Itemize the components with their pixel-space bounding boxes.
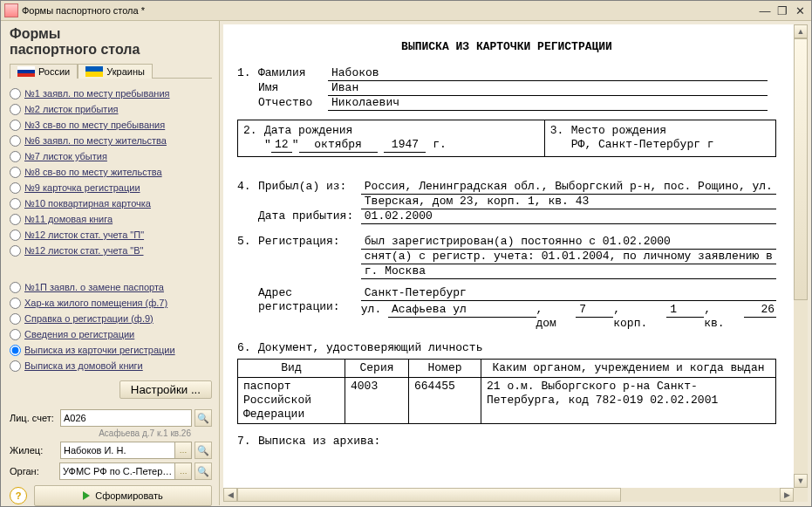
tab-russia[interactable]: России bbox=[10, 64, 78, 79]
generate-button[interactable]: Сформировать bbox=[34, 485, 212, 506]
form-radio[interactable] bbox=[10, 135, 21, 147]
scroll-right-button[interactable]: ▶ bbox=[780, 488, 794, 502]
resident-dropdown-button[interactable]: … bbox=[174, 442, 191, 458]
form-radio[interactable] bbox=[10, 167, 21, 178]
panel-heading: Формы паспортного стола bbox=[10, 26, 212, 58]
form-option[interactable]: №1 заявл. по месту пребывания bbox=[10, 86, 212, 101]
org-dropdown-button[interactable]: … bbox=[174, 463, 191, 479]
form-radio[interactable] bbox=[10, 214, 21, 225]
resident-input[interactable]: Набоков И. Н.… bbox=[60, 442, 192, 459]
horizontal-scrollbar[interactable]: ◀ ▶ bbox=[223, 488, 794, 502]
forms-group-1: №1 заявл. по месту пребывания№2 листок п… bbox=[10, 86, 212, 258]
form-option[interactable]: №8 св-во по месту жительства bbox=[10, 164, 212, 180]
forms-group-2: №1П заявл. о замене паспортаХар-ка жилог… bbox=[10, 279, 212, 373]
minimize-button[interactable]: — bbox=[757, 3, 773, 17]
form-option[interactable]: №3 св-во по месту пребывания bbox=[10, 117, 212, 133]
form-radio[interactable] bbox=[10, 298, 21, 309]
form-option[interactable]: №12 листок стат. учета "П" bbox=[10, 227, 212, 243]
form-radio[interactable] bbox=[10, 345, 21, 356]
form-option[interactable]: №12 листок стат. учета "В" bbox=[10, 243, 212, 258]
form-radio[interactable] bbox=[10, 245, 21, 257]
scroll-thumb-h[interactable] bbox=[237, 488, 621, 502]
form-radio[interactable] bbox=[10, 151, 21, 162]
scroll-thumb[interactable] bbox=[794, 38, 808, 300]
form-option[interactable]: №10 поквартирная карточка bbox=[10, 195, 212, 211]
document-id-table: ВидСерияНомерКаким органом, учреждением … bbox=[237, 359, 776, 424]
form-radio[interactable] bbox=[10, 313, 21, 325]
flag-ru-icon bbox=[17, 66, 35, 77]
form-option[interactable]: №6 заявл. по месту жительства bbox=[10, 133, 212, 148]
form-option[interactable]: №7 листок убытия bbox=[10, 148, 212, 164]
form-option[interactable]: №9 карточка регистрации bbox=[10, 180, 212, 195]
doc-title: ВЫПИСКА ИЗ КАРТОЧКИ РЕГИСТРАЦИИ bbox=[237, 40, 776, 54]
org-input[interactable]: УФМС РФ по С.-Петер…… bbox=[59, 462, 192, 480]
form-option[interactable]: Выписка из карточки регистрации bbox=[10, 342, 212, 358]
form-option[interactable]: №2 листок прибытия bbox=[10, 101, 212, 117]
help-button[interactable]: ? bbox=[10, 487, 27, 504]
play-icon bbox=[83, 491, 90, 500]
vertical-scrollbar[interactable]: ▲ ▼ bbox=[794, 24, 808, 488]
close-button[interactable]: ✕ bbox=[792, 3, 808, 17]
scroll-corner bbox=[794, 488, 808, 502]
form-option[interactable]: Выписка из домовой книги bbox=[10, 358, 212, 373]
app-icon bbox=[4, 3, 18, 17]
form-radio[interactable] bbox=[10, 198, 21, 209]
org-search-button[interactable]: 🔍 bbox=[194, 462, 212, 480]
form-option[interactable]: №11 домовая книга bbox=[10, 211, 212, 227]
scroll-left-button[interactable]: ◀ bbox=[223, 488, 237, 502]
form-radio[interactable] bbox=[10, 282, 21, 293]
form-option[interactable]: Хар-ка жилого помещения (ф.7) bbox=[10, 295, 212, 311]
country-tabs: России Украины bbox=[10, 63, 212, 79]
form-radio[interactable] bbox=[10, 230, 21, 241]
window-title: Формы паспортного стола * bbox=[22, 5, 757, 16]
form-option[interactable]: №1П заявл. о замене паспорта bbox=[10, 279, 212, 295]
form-option[interactable]: Сведения о регистрации bbox=[10, 326, 212, 342]
form-radio[interactable] bbox=[10, 120, 21, 131]
form-radio[interactable] bbox=[10, 360, 21, 372]
form-radio[interactable] bbox=[10, 104, 21, 115]
account-input[interactable]: А026 bbox=[60, 409, 192, 427]
resident-label: Жилец: bbox=[10, 445, 60, 456]
form-radio[interactable] bbox=[10, 182, 21, 194]
account-hint: Асафьева д.7 к.1 кв.26 bbox=[10, 428, 191, 438]
org-label: Орган: bbox=[10, 466, 59, 476]
document-preview: ВЫПИСКА ИЗ КАРТОЧКИ РЕГИСТРАЦИИ 1.Фамили… bbox=[223, 24, 794, 488]
settings-button[interactable]: Настройки ... bbox=[119, 380, 212, 399]
tab-ukraine[interactable]: Украины bbox=[78, 64, 153, 79]
maximize-button[interactable]: ❐ bbox=[774, 3, 790, 17]
scroll-up-button[interactable]: ▲ bbox=[794, 24, 808, 38]
account-label: Лиц. счет: bbox=[10, 413, 60, 423]
title-bar: Формы паспортного стола * — ❐ ✕ bbox=[1, 1, 811, 21]
account-search-button[interactable]: 🔍 bbox=[194, 409, 212, 427]
form-radio[interactable] bbox=[10, 329, 21, 340]
form-radio[interactable] bbox=[10, 88, 21, 99]
form-option[interactable]: Справка о регистрации (ф.9) bbox=[10, 311, 212, 326]
resident-search-button[interactable]: 🔍 bbox=[194, 442, 212, 459]
scroll-down-button[interactable]: ▼ bbox=[794, 474, 808, 488]
flag-ua-icon bbox=[85, 66, 103, 77]
table-row: паспорт Российской Федерации400366445521… bbox=[238, 378, 776, 424]
